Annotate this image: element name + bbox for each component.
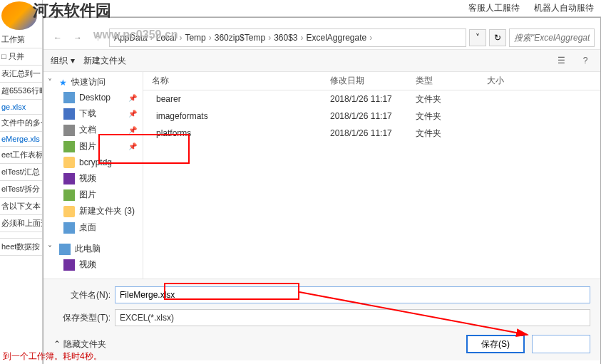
help-icon[interactable]: ? xyxy=(577,53,593,68)
crumb[interactable]: 360zip$Temp xyxy=(215,33,265,43)
col-date[interactable]: 修改日期 xyxy=(322,75,407,87)
table-row[interactable]: platforms 2018/1/26 11:17 文件夹 xyxy=(143,125,600,142)
sidebar-item-desktop[interactable]: Desktop📌 xyxy=(43,90,143,105)
star-icon: ★ xyxy=(59,78,67,88)
crumb[interactable]: ExcelAggregate xyxy=(307,33,367,43)
table-row[interactable]: imageformats 2018/1/26 11:17 文件夹 xyxy=(143,108,600,125)
left-item: 工作第 xyxy=(0,31,42,48)
site-title: 河东软件园 xyxy=(33,0,111,21)
dialog-body: ˅ ★ 快速访问 Desktop📌 下载📌 文档📌 图片📌 bcryptdg 视… xyxy=(43,72,600,279)
new-folder-button[interactable]: 新建文件夹 xyxy=(83,55,126,67)
sidebar-item-downloads[interactable]: 下载📌 xyxy=(43,105,143,122)
folder-icon xyxy=(63,206,75,217)
sidebar-item-pictures[interactable]: 图片📌 xyxy=(43,138,143,155)
pin-icon: 📌 xyxy=(128,110,137,118)
filetype-combo[interactable]: EXCEL(*.xlsx) xyxy=(115,309,590,326)
save-button[interactable]: 保存(S) xyxy=(466,335,525,353)
video-icon xyxy=(63,259,75,271)
picture-icon xyxy=(63,141,75,152)
chevron-down-icon: ˅ xyxy=(48,244,55,254)
hide-folders-toggle[interactable]: ⌃ 隐藏文件夹 xyxy=(53,338,106,350)
sidebar-item-documents[interactable]: 文档📌 xyxy=(43,122,143,138)
left-item: 文件中的多个 xyxy=(0,115,42,132)
pin-icon: 📌 xyxy=(128,94,137,102)
header-link[interactable]: 机器人自动服待 xyxy=(534,2,594,14)
breadcrumb-path[interactable]: AppData› Local› Temp› 360zip$Temp› 360$3… xyxy=(109,28,466,47)
desktop-icon xyxy=(63,222,75,234)
col-type[interactable]: 类型 xyxy=(407,75,478,87)
crumb[interactable]: 360$3 xyxy=(274,33,297,43)
left-item[interactable]: □ 只并 xyxy=(0,48,42,66)
toolbar: 组织 ▾ 新建文件夹 ☰ ? xyxy=(43,49,600,72)
left-item: elTest/汇总 xyxy=(0,164,42,181)
video-icon xyxy=(63,173,75,184)
sidebar: ˅ ★ 快速访问 Desktop📌 下载📌 文档📌 图片📌 bcryptdg 视… xyxy=(43,72,143,279)
left-item: 含以下文本 xyxy=(0,198,42,215)
header-strip: 客服人工服待 机器人自动服待 xyxy=(43,0,601,17)
refresh-icon[interactable]: ↻ xyxy=(489,29,506,46)
breadcrumb-bar: ← → ↑ AppData› Local› Temp› 360zip$Temp›… xyxy=(43,26,600,49)
header-link[interactable]: 客服人工服待 xyxy=(468,2,520,14)
sidebar-item-bcryptdg[interactable]: bcryptdg xyxy=(43,155,143,170)
crumb[interactable]: Temp xyxy=(185,33,205,43)
sidebar-this-pc[interactable]: ˅ 此电脑 xyxy=(43,241,143,256)
download-icon xyxy=(63,108,75,120)
left-item-link[interactable]: ge.xlsx xyxy=(0,100,42,115)
site-logo xyxy=(1,1,37,30)
left-item: 必须和上面选 xyxy=(0,215,42,232)
status-text: 到一个工作簿。耗时4秒。 xyxy=(0,349,105,364)
left-panel: 工作第 □ 只并 表汇总到一 超65536行时 ge.xlsx 文件中的多个 e… xyxy=(0,0,43,364)
file-list-header: 名称 修改日期 类型 大小 xyxy=(143,72,600,90)
filename-label: 文件名(N): xyxy=(53,289,111,301)
desktop-icon xyxy=(63,92,75,103)
sidebar-item-pictures2[interactable]: 图片 xyxy=(43,187,143,203)
filename-input[interactable] xyxy=(115,286,590,303)
crumb[interactable]: Local xyxy=(156,33,177,43)
chevron-up-icon: ⌃ xyxy=(53,339,61,349)
left-item: eet工作表标 xyxy=(0,147,42,164)
dialog-bottom: 文件名(N): 保存类型(T): EXCEL(*.xlsx) ⌃ 隐藏文件夹 保… xyxy=(43,279,600,360)
organize-button[interactable]: 组织 ▾ xyxy=(51,55,75,67)
col-name[interactable]: 名称 xyxy=(143,75,322,87)
save-dialog: www.pc0359.cn ← → ↑ AppData› Local› Temp… xyxy=(43,17,601,364)
pin-icon: 📌 xyxy=(128,126,137,134)
view-icon[interactable]: ☰ xyxy=(553,53,569,68)
file-list: 名称 修改日期 类型 大小 bearer 2018/1/26 11:17 文件夹… xyxy=(143,72,600,279)
chevron-down-icon: ˅ xyxy=(48,78,55,88)
filetype-label: 保存类型(T): xyxy=(53,312,111,324)
left-item-link[interactable]: eMerge.xls xyxy=(0,132,42,147)
folder-icon xyxy=(63,157,75,168)
pin-icon: 📌 xyxy=(128,142,137,150)
sidebar-item-desktop2[interactable]: 桌面 xyxy=(43,219,143,236)
left-item: 表汇总到一 xyxy=(0,66,42,83)
table-row[interactable]: bearer 2018/1/26 11:17 文件夹 xyxy=(143,90,600,108)
picture-icon xyxy=(63,189,75,201)
document-icon xyxy=(63,125,75,136)
search-input[interactable] xyxy=(509,28,595,47)
cancel-button[interactable] xyxy=(532,335,590,353)
path-dropdown-icon[interactable]: ˅ xyxy=(469,29,486,46)
left-item: 超65536行时 xyxy=(0,83,42,100)
sidebar-item-newfolder3[interactable]: 新建文件夹 (3) xyxy=(43,203,143,219)
col-size[interactable]: 大小 xyxy=(478,75,535,87)
left-item: heet数据按 xyxy=(0,239,42,256)
sidebar-item-video[interactable]: 视频 xyxy=(43,170,143,187)
crumb[interactable]: AppData xyxy=(114,33,148,43)
sidebar-item-video2[interactable]: 视频 xyxy=(43,256,143,273)
chevron-down-icon: ▾ xyxy=(71,56,75,66)
sidebar-quick-access[interactable]: ˅ ★ 快速访问 xyxy=(43,75,143,90)
left-item: elTest/拆分 xyxy=(0,181,42,198)
nav-up-icon[interactable]: ↑ xyxy=(89,29,106,46)
nav-back-icon[interactable]: ← xyxy=(49,29,66,46)
nav-fwd-icon[interactable]: → xyxy=(69,29,86,46)
left-item xyxy=(0,232,42,239)
pc-icon xyxy=(59,244,71,255)
